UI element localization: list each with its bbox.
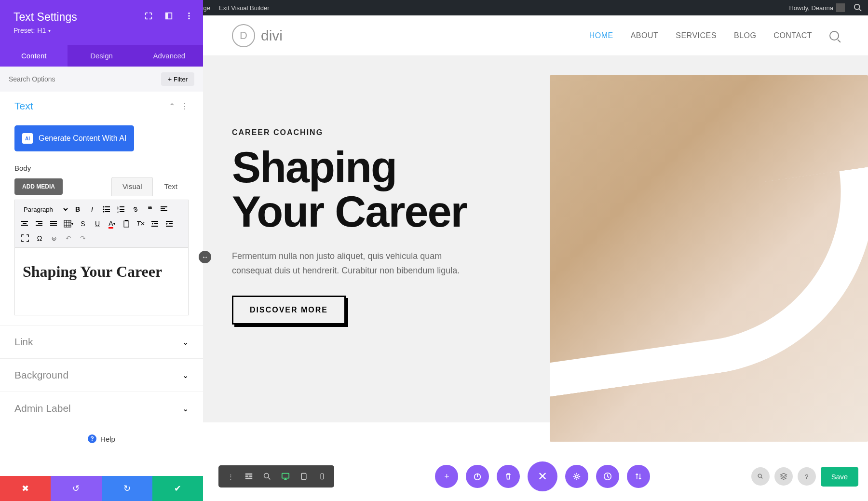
site-header: D divi HOME ABOUT SERVICES BLOG CONTACT (203, 15, 868, 56)
expand-icon[interactable] (144, 12, 153, 20)
nav-blog[interactable]: BLOG (734, 31, 756, 40)
discover-more-button[interactable]: DISCOVER MORE (232, 296, 346, 325)
table-button[interactable]: ▾ (62, 217, 75, 230)
clear-format-button[interactable]: T✕ (135, 217, 147, 230)
settings-button[interactable] (565, 465, 588, 488)
add-button[interactable]: + (435, 465, 458, 488)
exit-vb-link[interactable]: Exit Visual Builder (219, 4, 270, 12)
undo-global-button[interactable]: ↺ (51, 476, 101, 501)
redo-button[interactable]: ↷ (77, 232, 89, 244)
link-button[interactable] (129, 203, 142, 216)
indent-button[interactable] (163, 217, 176, 230)
svg-point-1 (854, 4, 860, 10)
site-logo[interactable]: D divi (232, 24, 283, 47)
save-button[interactable]: Save (821, 467, 858, 487)
dock-icon[interactable] (164, 12, 173, 20)
editor-area[interactable]: Shaping Your Career (14, 248, 189, 315)
section-admin-label[interactable]: Admin Label ⌄ (0, 392, 203, 425)
tab-design[interactable]: Design (68, 45, 135, 67)
align-center-button[interactable] (19, 217, 31, 230)
ul-button[interactable] (100, 203, 113, 216)
phone-view-button[interactable] (313, 468, 331, 485)
svg-rect-30 (50, 225, 57, 226)
section-background[interactable]: Background ⌄ (0, 358, 203, 392)
nav-about[interactable]: ABOUT (631, 31, 659, 40)
special-char-button[interactable]: Ω (33, 232, 46, 244)
help-link[interactable]: ? Help (0, 425, 203, 453)
emoji-button[interactable]: ☺ (48, 232, 60, 244)
collapse-icon[interactable]: ⌃ (169, 102, 175, 111)
svg-rect-46 (301, 474, 306, 480)
svg-point-5 (188, 15, 190, 17)
italic-button[interactable]: I (86, 203, 98, 216)
nav-services[interactable]: SERVICES (676, 31, 717, 40)
section-text-title[interactable]: Text (14, 100, 33, 112)
tab-content[interactable]: Content (0, 45, 68, 67)
editor-tab-text[interactable]: Text (153, 177, 189, 196)
wp-search-icon[interactable] (854, 3, 862, 12)
help-builder-button[interactable]: ? (798, 467, 816, 486)
svg-point-4 (188, 13, 190, 14)
confirm-button[interactable]: ✔ (152, 476, 203, 501)
sidebar-resize-handle[interactable]: ↔ (199, 251, 211, 263)
svg-rect-36 (151, 226, 158, 227)
bold-button[interactable]: B (71, 203, 84, 216)
hero-title[interactable]: Shaping Your Career (232, 146, 492, 234)
svg-rect-38 (169, 223, 173, 224)
ol-button[interactable]: 123 (115, 203, 127, 216)
quote-button[interactable]: ❝ (144, 203, 156, 216)
textcolor-button[interactable]: A▾ (106, 217, 118, 230)
svg-rect-25 (36, 221, 42, 222)
filter-button[interactable]: +Filter (161, 72, 194, 86)
more-icon[interactable] (185, 12, 193, 20)
fullscreen-button[interactable] (19, 232, 31, 244)
add-media-button[interactable]: ADD MEDIA (14, 178, 63, 195)
desktop-view-button[interactable] (276, 468, 295, 485)
svg-rect-10 (105, 209, 110, 210)
layers-button[interactable] (774, 467, 793, 486)
svg-rect-33 (125, 220, 128, 221)
nav-search-icon[interactable] (829, 31, 839, 41)
delete-button[interactable] (497, 465, 520, 488)
editor-content: Shaping Your Career (23, 261, 180, 282)
svg-rect-20 (161, 208, 165, 209)
svg-point-44 (264, 474, 269, 478)
search-input[interactable] (9, 75, 161, 83)
section-more-icon[interactable]: ⋮ (181, 102, 189, 111)
paragraph-select[interactable]: Paragraph (19, 203, 69, 216)
power-button[interactable] (466, 465, 489, 488)
editor-tab-visual[interactable]: Visual (111, 177, 153, 196)
align-left-button[interactable] (158, 203, 171, 216)
exit-vb-label: Exit Visual Builder (219, 4, 270, 12)
tab-advanced[interactable]: Advanced (136, 45, 203, 67)
svg-rect-39 (166, 226, 173, 227)
generate-ai-button[interactable]: AI Generate Content With AI (14, 125, 134, 151)
svg-rect-37 (166, 221, 173, 222)
close-builder-button[interactable]: ✕ (528, 461, 557, 491)
preview-canvas: D divi HOME ABOUT SERVICES BLOG CONTACT … (203, 15, 868, 501)
paste-button[interactable] (120, 217, 133, 230)
tablet-view-button[interactable] (295, 468, 313, 485)
preset-selector[interactable]: Preset: H1 ▾ (14, 27, 190, 34)
howdy-link[interactable]: Howdy, Deanna (789, 3, 845, 12)
zoom-button[interactable] (258, 468, 276, 485)
align-right-button[interactable] (33, 217, 46, 230)
strike-button[interactable]: S (77, 217, 89, 230)
svg-point-11 (103, 211, 105, 213)
history-button[interactable] (596, 465, 619, 488)
more-menu-button[interactable]: ⋮ (221, 468, 240, 485)
swap-button[interactable] (627, 465, 650, 488)
redo-global-button[interactable]: ↻ (102, 476, 152, 501)
align-justify-button[interactable] (48, 217, 60, 230)
outdent-button[interactable] (149, 217, 162, 230)
section-link[interactable]: Link ⌄ (0, 325, 203, 358)
search-builder-button[interactable] (751, 467, 770, 486)
nav-home[interactable]: HOME (589, 31, 613, 40)
cancel-button[interactable]: ✖ (0, 476, 51, 501)
svg-rect-35 (154, 223, 158, 224)
undo-button[interactable]: ↶ (62, 232, 75, 244)
svg-point-9 (103, 209, 105, 210)
wireframe-button[interactable] (240, 468, 258, 485)
nav-contact[interactable]: CONTACT (773, 31, 812, 40)
underline-button[interactable]: U (91, 217, 104, 230)
